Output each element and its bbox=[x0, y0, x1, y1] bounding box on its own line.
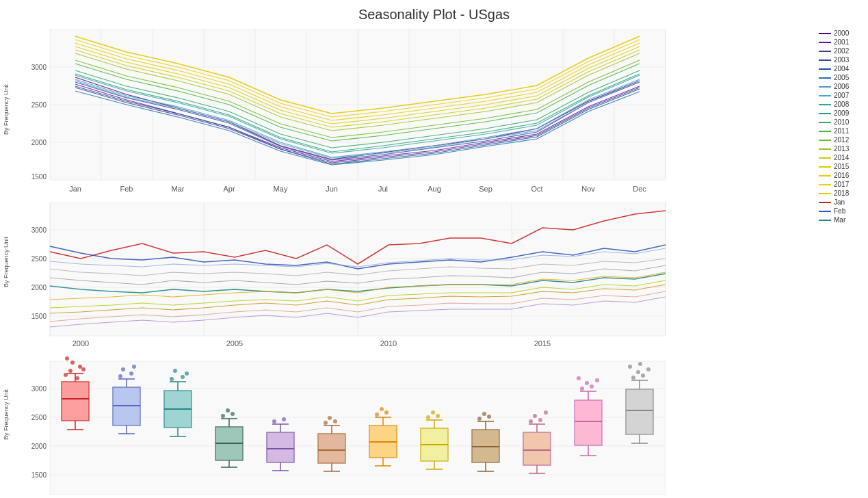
svg-text:Mar: Mar bbox=[172, 185, 185, 193]
svg-point-154 bbox=[477, 417, 482, 421]
main-area: By Frequency Unit By Frequency Unit By F… bbox=[0, 26, 868, 498]
y-label-2: By Frequency Unit bbox=[3, 237, 10, 287]
legend-label-2015: 2015 bbox=[834, 163, 849, 170]
svg-text:Jun: Jun bbox=[326, 185, 338, 193]
svg-point-187 bbox=[646, 367, 650, 371]
svg-point-77 bbox=[68, 369, 73, 373]
svg-point-146 bbox=[436, 414, 440, 418]
svg-point-184 bbox=[631, 376, 635, 380]
legend-line-2004 bbox=[819, 68, 831, 70]
svg-point-100 bbox=[170, 377, 174, 381]
svg-point-110 bbox=[221, 414, 225, 418]
legend-2016: 2016 bbox=[819, 172, 868, 179]
svg-rect-161 bbox=[523, 432, 551, 465]
svg-text:2010: 2010 bbox=[380, 339, 397, 348]
legend-line-2006 bbox=[819, 86, 831, 88]
legend-line-2008 bbox=[819, 104, 831, 105]
legend-2017: 2017 bbox=[819, 181, 868, 188]
legend-2015: 2015 bbox=[819, 163, 868, 170]
legend-feb: Feb bbox=[819, 207, 868, 215]
svg-text:2500: 2500 bbox=[31, 255, 47, 263]
legend-label-2006: 2006 bbox=[834, 83, 849, 90]
svg-point-119 bbox=[272, 419, 276, 423]
svg-text:1500: 1500 bbox=[31, 471, 47, 479]
svg-text:2000: 2000 bbox=[31, 139, 47, 146]
legend-2001: 2001 bbox=[819, 38, 868, 46]
legend-line-2015 bbox=[819, 166, 831, 168]
legend-label-2017: 2017 bbox=[834, 181, 849, 188]
legend-2014: 2014 bbox=[819, 154, 868, 161]
svg-text:Sep: Sep bbox=[479, 185, 492, 193]
legend-2004: 2004 bbox=[819, 65, 868, 73]
legend-label-2005: 2005 bbox=[834, 74, 849, 81]
svg-point-185 bbox=[641, 374, 645, 378]
svg-text:Dec: Dec bbox=[633, 185, 646, 193]
main-svg: 3000 2500 2000 1500 Jan bbox=[12, 26, 799, 498]
legend-line-2001 bbox=[819, 42, 831, 43]
legend-line-2007 bbox=[819, 95, 831, 96]
svg-text:2015: 2015 bbox=[534, 339, 551, 348]
legend-label-2007: 2007 bbox=[834, 92, 849, 99]
svg-point-111 bbox=[231, 412, 235, 416]
svg-point-166 bbox=[544, 410, 548, 415]
legend-label-2014: 2014 bbox=[834, 154, 849, 161]
svg-point-93 bbox=[132, 365, 136, 369]
legend-2018: 2018 bbox=[819, 189, 868, 197]
svg-text:2500: 2500 bbox=[31, 414, 47, 421]
svg-point-127 bbox=[324, 421, 328, 425]
svg-rect-75 bbox=[62, 382, 89, 421]
legend-area: 2000 2001 2002 2003 2004 2005 bbox=[813, 26, 868, 498]
svg-point-164 bbox=[538, 418, 542, 422]
svg-text:2000: 2000 bbox=[31, 443, 47, 450]
legend-line-2009 bbox=[819, 113, 831, 114]
svg-point-101 bbox=[181, 375, 185, 379]
svg-point-165 bbox=[533, 414, 537, 418]
legend-line-2002 bbox=[819, 51, 831, 52]
svg-text:3000: 3000 bbox=[31, 385, 47, 393]
svg-text:Jul: Jul bbox=[378, 185, 388, 193]
svg-point-103 bbox=[173, 369, 177, 373]
svg-point-173 bbox=[580, 386, 584, 391]
svg-point-137 bbox=[384, 410, 389, 415]
svg-text:3000: 3000 bbox=[31, 226, 47, 234]
legend-2002: 2002 bbox=[819, 47, 868, 55]
svg-text:Nov: Nov bbox=[581, 185, 595, 193]
svg-text:3000: 3000 bbox=[31, 64, 47, 71]
svg-point-186 bbox=[636, 370, 640, 374]
legend-line-2018 bbox=[819, 193, 831, 194]
legend-2009: 2009 bbox=[819, 109, 868, 117]
legend-line-jan bbox=[819, 202, 831, 203]
y-axis-labels: By Frequency Unit By Frequency Unit By F… bbox=[0, 26, 12, 498]
svg-point-136 bbox=[375, 412, 379, 417]
svg-point-80 bbox=[75, 376, 79, 380]
svg-point-82 bbox=[65, 356, 69, 361]
legend-label-mar: Mar bbox=[834, 216, 845, 224]
legend-line-2016 bbox=[819, 175, 831, 176]
svg-text:Jan: Jan bbox=[69, 185, 81, 193]
legend-line-2011 bbox=[819, 131, 831, 132]
legend-line-2003 bbox=[819, 60, 831, 61]
legend-line-2014 bbox=[819, 157, 831, 159]
svg-text:Apr: Apr bbox=[223, 185, 235, 193]
svg-rect-117 bbox=[267, 432, 294, 462]
legend-line-2000 bbox=[819, 33, 831, 34]
legend-label-2002: 2002 bbox=[834, 47, 849, 55]
svg-point-138 bbox=[380, 407, 384, 411]
plots-area: 3000 2500 2000 1500 Jan bbox=[12, 26, 813, 498]
legend-2010: 2010 bbox=[819, 118, 868, 126]
legend-2013: 2013 bbox=[819, 145, 868, 153]
legend-label-2000: 2000 bbox=[834, 29, 849, 37]
legend-2007: 2007 bbox=[819, 92, 868, 99]
svg-text:2500: 2500 bbox=[31, 101, 47, 109]
svg-point-156 bbox=[482, 412, 486, 416]
legend-label-2018: 2018 bbox=[834, 189, 849, 197]
svg-rect-125 bbox=[318, 434, 345, 463]
legend-line-2012 bbox=[819, 140, 831, 141]
svg-rect-171 bbox=[575, 400, 602, 445]
svg-point-92 bbox=[121, 367, 125, 371]
legend-label-2001: 2001 bbox=[834, 38, 849, 46]
legend-label-2003: 2003 bbox=[834, 56, 849, 64]
legend-2003: 2003 bbox=[819, 56, 868, 64]
svg-point-175 bbox=[585, 381, 589, 385]
legend-2008: 2008 bbox=[819, 101, 868, 108]
